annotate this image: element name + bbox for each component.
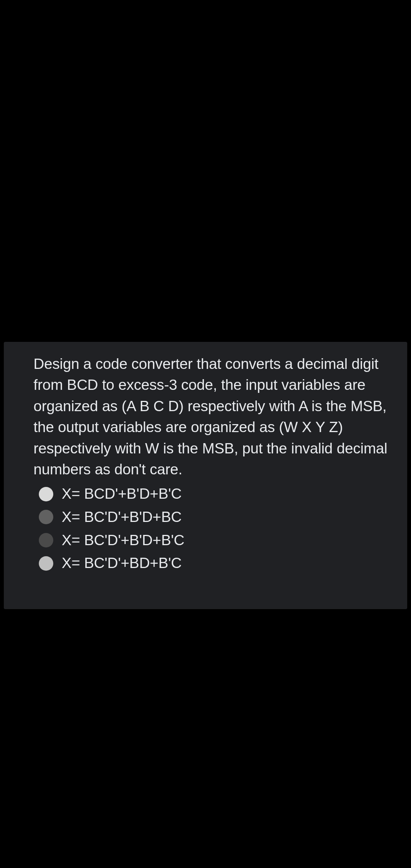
radio-icon[interactable] xyxy=(39,556,53,571)
option-label: X= BCD'+B'D+B'C xyxy=(62,484,182,504)
radio-icon[interactable] xyxy=(39,510,53,524)
options-list: X= BCD'+B'D+B'C X= BC'D'+B'D+BC X= BC'D'… xyxy=(33,484,400,573)
option-row[interactable]: X= BC'D'+B'D+B'C xyxy=(39,531,400,550)
question-prompt: Design a code converter that converts a … xyxy=(33,353,400,480)
option-label: X= BC'D'+B'D+BC xyxy=(62,507,182,527)
radio-icon[interactable] xyxy=(39,487,53,501)
question-card: Design a code converter that converts a … xyxy=(4,342,407,609)
option-label: X= BC'D'+BD+B'C xyxy=(62,554,182,573)
option-row[interactable]: X= BC'D'+B'D+BC xyxy=(39,507,400,527)
option-row[interactable]: X= BC'D'+BD+B'C xyxy=(39,554,400,573)
radio-icon[interactable] xyxy=(39,533,53,547)
option-row[interactable]: X= BCD'+B'D+B'C xyxy=(39,484,400,504)
option-label: X= BC'D'+B'D+B'C xyxy=(62,531,184,550)
